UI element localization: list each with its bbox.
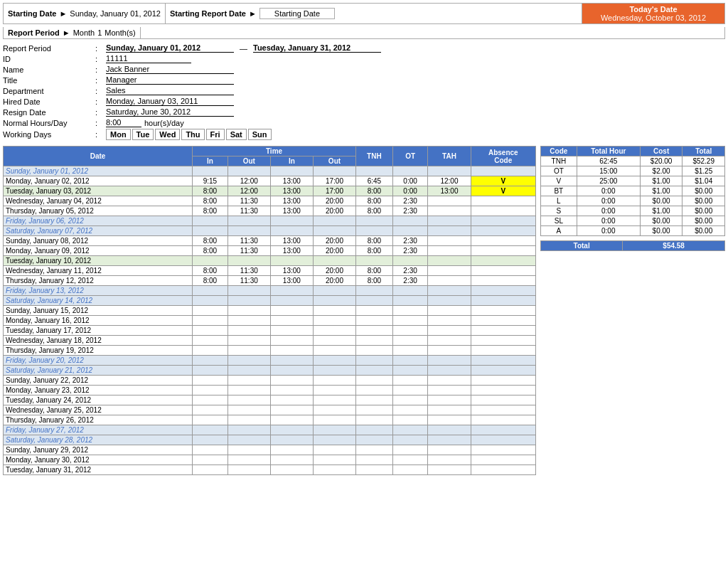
in1-cell xyxy=(193,425,228,435)
out2-cell: 20:00 xyxy=(313,236,355,246)
starting-report-date-value[interactable]: Starting Date xyxy=(259,8,335,19)
ot-cell xyxy=(392,346,428,356)
grand-total-value: $54.58 xyxy=(623,241,725,251)
out2-cell xyxy=(313,296,355,306)
in2-cell xyxy=(270,166,313,176)
ot-cell xyxy=(392,366,428,376)
title-label: Title xyxy=(3,76,95,85)
absence-cell xyxy=(471,266,535,276)
left-table-container: Date Time TNH OT TAH AbsenceCode In Out … xyxy=(3,146,536,475)
total-summary-cell: $0.00 xyxy=(682,226,725,236)
out1-cell xyxy=(228,256,270,266)
absence-cell xyxy=(471,386,535,395)
table-row: Saturday, January 14, 2012 xyxy=(4,296,536,306)
starting-date-block: Starting Date ► Sunday, January 01, 2012 xyxy=(4,4,166,23)
ot-cell xyxy=(392,376,428,386)
tnh-cell xyxy=(356,435,393,445)
today-block: Today's Date Wednesday, October 03, 2012 xyxy=(582,4,724,23)
absence-cell xyxy=(471,415,535,425)
table-row: Monday, January 09, 20128:0011:3013:0020… xyxy=(4,246,536,256)
starting-date-value: Sunday, January 01, 2012 xyxy=(70,9,161,18)
table-row: Thursday, January 26, 2012 xyxy=(4,415,536,425)
tnh-cell xyxy=(356,286,393,296)
in1-cell xyxy=(193,356,228,366)
out1-cell: 11:30 xyxy=(228,246,270,256)
in2-cell xyxy=(270,296,313,306)
tah-cell: 12:00 xyxy=(428,176,471,186)
in1-cell xyxy=(193,366,228,376)
absence-cell xyxy=(471,256,535,266)
date-cell: Saturday, January 21, 2012 xyxy=(4,366,193,376)
ot-cell xyxy=(392,326,428,336)
table-row: Thursday, January 12, 20128:0011:3013:00… xyxy=(4,276,536,286)
ot-cell: 2:30 xyxy=(392,236,428,246)
dept-colon: : xyxy=(95,87,106,95)
date-cell: Sunday, January 29, 2012 xyxy=(4,445,193,455)
date-cell: Friday, January 13, 2012 xyxy=(4,286,193,296)
tnh-cell xyxy=(356,425,393,435)
tah-cell xyxy=(428,366,471,376)
tah-cell xyxy=(428,266,471,276)
out1-cell xyxy=(228,296,270,306)
rp-label: Report Period xyxy=(3,44,95,53)
in2-cell xyxy=(270,256,313,266)
ot-cell xyxy=(392,226,428,236)
absence-cell xyxy=(471,366,535,376)
summary-row: S0:00$1.00$0.00 xyxy=(541,206,725,216)
tah-cell xyxy=(428,276,471,286)
tah-cell xyxy=(428,415,471,425)
out2-cell xyxy=(313,366,355,376)
dept-row: Department : Sales xyxy=(3,86,725,95)
time-header: Time xyxy=(193,147,356,156)
tah-cell xyxy=(428,386,471,395)
in1-cell: 8:00 xyxy=(193,196,228,206)
absence-cell xyxy=(471,196,535,206)
report-period-num: 1 xyxy=(97,28,102,37)
report-period-value: Month xyxy=(73,28,95,37)
tnh-cell: 8:00 xyxy=(356,266,393,276)
total-summary-cell: $0.00 xyxy=(682,206,725,216)
table-row: Friday, January 20, 2012 xyxy=(4,356,536,366)
absence-cell xyxy=(471,346,535,356)
out1-cell xyxy=(228,376,270,386)
date-cell: Saturday, January 07, 2012 xyxy=(4,226,193,236)
absence-cell xyxy=(471,445,535,455)
hour-summary-cell: 62:45 xyxy=(577,156,640,166)
cost-summary-cell: $1.00 xyxy=(640,186,682,196)
id-value: 11111 xyxy=(106,54,191,63)
right-table-container: Code Total Hour Cost Total TNH62:45$20.0… xyxy=(540,146,725,251)
in1-cell: 9:15 xyxy=(193,176,228,186)
working-days-label: Working Days xyxy=(3,130,95,139)
in2-cell xyxy=(270,425,313,435)
table-row: Monday, January 30, 2012 xyxy=(4,455,536,465)
tah-cell xyxy=(428,206,471,216)
ot-cell: 2:30 xyxy=(392,196,428,206)
cost-summary-cell: $20.00 xyxy=(640,156,682,166)
resign-row: Resign Date : Saturday, June 30, 2012 xyxy=(3,107,725,117)
working-days-colon: : xyxy=(95,130,106,139)
date-cell: Monday, January 02, 2012 xyxy=(4,176,193,186)
ot-cell xyxy=(392,356,428,366)
tnh-cell xyxy=(356,465,393,475)
table-row: Thursday, January 19, 2012 xyxy=(4,346,536,356)
name-colon: : xyxy=(95,65,106,74)
rp-start: Sunday, January 01, 2012 xyxy=(106,43,234,53)
in1-cell xyxy=(193,376,228,386)
table-row: Tuesday, January 31, 2012 xyxy=(4,465,536,475)
total-summary-cell: $0.00 xyxy=(682,196,725,206)
tnh-cell xyxy=(356,395,393,405)
out1-cell xyxy=(228,386,270,395)
in1-cell xyxy=(193,445,228,455)
total-summary-cell: $0.00 xyxy=(682,186,725,196)
table-row: Wednesday, January 18, 2012 xyxy=(4,336,536,346)
totalhour-col-header: Total Hour xyxy=(577,147,640,156)
id-label: ID xyxy=(3,55,95,63)
ot-cell xyxy=(392,435,428,445)
tnh-cell xyxy=(356,445,393,455)
table-row: Monday, January 23, 2012 xyxy=(4,386,536,395)
tnh-cell xyxy=(356,346,393,356)
code-summary-cell: TNH xyxy=(541,156,577,166)
in2-cell: 13:00 xyxy=(270,196,313,206)
in1-cell xyxy=(193,435,228,445)
table-row: Thursday, January 05, 20128:0011:3013:00… xyxy=(4,206,536,216)
